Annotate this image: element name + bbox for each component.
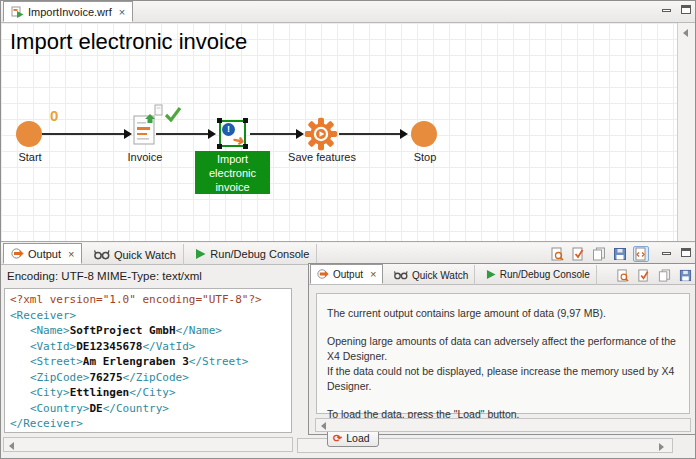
float-tab-quick-watch[interactable]: Quick Watch <box>388 265 475 285</box>
canvas-vertical-scrollbar[interactable] <box>677 23 695 241</box>
preview-icon[interactable] <box>549 246 565 262</box>
selection-handle[interactable] <box>217 144 222 149</box>
edge-import-save <box>250 133 297 135</box>
success-check-icon <box>164 106 182 122</box>
editor-tabbar: ImportInvoice.wrf × <box>1 1 696 23</box>
edge-invoice-import <box>156 133 209 135</box>
workflow-canvas[interactable]: Import electronic invoice <box>1 23 677 241</box>
tab-close-icon[interactable]: × <box>68 248 74 260</box>
float-tab-output-label: Output <box>333 269 363 280</box>
output-panel: Output × Quick Watch Run/Debug Console <box>1 241 696 459</box>
editor-tab-close-icon[interactable]: × <box>119 6 125 18</box>
x4-designer-window: ImportInvoice.wrf × Import electronic in… <box>0 0 696 459</box>
tab-run-debug-console[interactable]: Run/Debug Console <box>188 244 317 265</box>
tab-close-icon[interactable]: × <box>370 268 376 280</box>
preview-icon[interactable] <box>614 267 630 283</box>
output-icon <box>317 268 329 280</box>
scroll-collapse-icon[interactable] <box>683 29 688 37</box>
floating-panel-toolbar <box>614 267 693 283</box>
run-icon <box>195 248 206 260</box>
output-icon <box>11 247 24 260</box>
save-icon[interactable] <box>677 267 693 283</box>
arrowhead-icon <box>208 129 216 139</box>
selection-handle[interactable] <box>217 118 222 123</box>
edge-start-invoice <box>42 133 126 135</box>
file-status-icon <box>154 104 164 116</box>
invoice-node[interactable] <box>133 114 157 146</box>
glasses-icon <box>94 249 110 260</box>
save-icon[interactable] <box>612 246 628 262</box>
workflow-file-icon <box>11 5 24 18</box>
import-node[interactable]: ! ➜ <box>219 120 246 147</box>
invoice-node-label: Invoice <box>121 151 169 163</box>
output-panel-tabbar: Output × Quick Watch Run/Debug Console <box>1 243 696 265</box>
tab-output-label: Output <box>28 248 61 260</box>
large-output-message-box: The current output contains large amount… <box>316 293 690 414</box>
output-panel-toolbar <box>549 246 649 262</box>
message-line-3: If the data could not be displayed, plea… <box>327 364 679 394</box>
minimize-icon[interactable] <box>662 9 671 12</box>
maximize-icon[interactable] <box>681 5 691 14</box>
floating-panel-tabbar: Output × Quick Watch Run/ <box>309 264 696 285</box>
floating-output-panel: Output × Quick Watch Run/ <box>308 263 696 435</box>
load-button-label: Load <box>346 432 369 444</box>
panel-minimize-icon[interactable] <box>662 252 671 255</box>
panel-maximize-icon[interactable] <box>681 248 691 257</box>
encoding-info: Encoding: UTF-8 MIME-Type: text/xml <box>7 270 202 282</box>
xml-code: <?xml version="1.0" encoding="UTF-8"?><R… <box>10 292 286 432</box>
stop-node-label: Stop <box>407 151 443 163</box>
source-view-icon[interactable] <box>633 246 649 262</box>
scroll-left-icon[interactable] <box>321 422 326 430</box>
start-node-label: Start <box>9 151 51 163</box>
glasses-icon <box>394 270 408 280</box>
start-node[interactable] <box>16 121 42 147</box>
float-tab-run-debug-console[interactable]: Run/Debug Console <box>480 265 597 285</box>
edge-count-label: 0 <box>50 107 58 124</box>
float-tab-run-debug-label: Run/Debug Console <box>500 269 590 280</box>
xml-output-view[interactable]: <?xml version="1.0" encoding="UTF-8"?><R… <box>4 288 292 433</box>
validate-icon[interactable] <box>570 246 586 262</box>
arrowhead-icon <box>400 129 408 139</box>
xml-horizontal-scrollbar[interactable] <box>3 437 293 452</box>
import-node-label: Import electronic invoice <box>195 151 270 194</box>
float-tab-output[interactable]: Output × <box>310 264 383 284</box>
workflow-title: Import electronic invoice <box>10 29 247 55</box>
scroll-left-icon[interactable] <box>9 442 14 450</box>
copy-icon[interactable] <box>591 246 607 262</box>
edge-save-stop <box>339 133 401 135</box>
tab-quick-watch[interactable]: Quick Watch <box>87 244 184 265</box>
message-line-2: Opening large amounts of data can advers… <box>327 334 679 364</box>
refresh-icon: ⟳ <box>333 433 342 443</box>
save-features-node[interactable] <box>304 117 338 151</box>
validate-icon[interactable] <box>635 267 651 283</box>
tab-run-debug-label: Run/Debug Console <box>210 248 309 260</box>
save-features-node-label: Save features <box>287 151 357 163</box>
message-line-1: The current output contains large amount… <box>327 306 679 321</box>
arrowhead-icon <box>124 129 132 139</box>
arrowhead-icon <box>296 129 304 139</box>
run-icon <box>486 269 496 280</box>
selection-handle[interactable] <box>243 144 248 149</box>
tab-quick-watch-label: Quick Watch <box>114 249 176 261</box>
stop-node[interactable] <box>411 121 437 147</box>
editor-tab-title: ImportInvoice.wrf <box>28 6 112 18</box>
tab-output[interactable]: Output × <box>3 243 82 264</box>
selection-handle[interactable] <box>243 118 248 123</box>
copy-icon[interactable] <box>656 267 672 283</box>
floating-panel-horizontal-scrollbar[interactable] <box>315 418 691 432</box>
float-tab-quick-watch-label: Quick Watch <box>412 270 468 281</box>
editor-tab-importinvoice[interactable]: ImportInvoice.wrf × <box>3 1 133 22</box>
